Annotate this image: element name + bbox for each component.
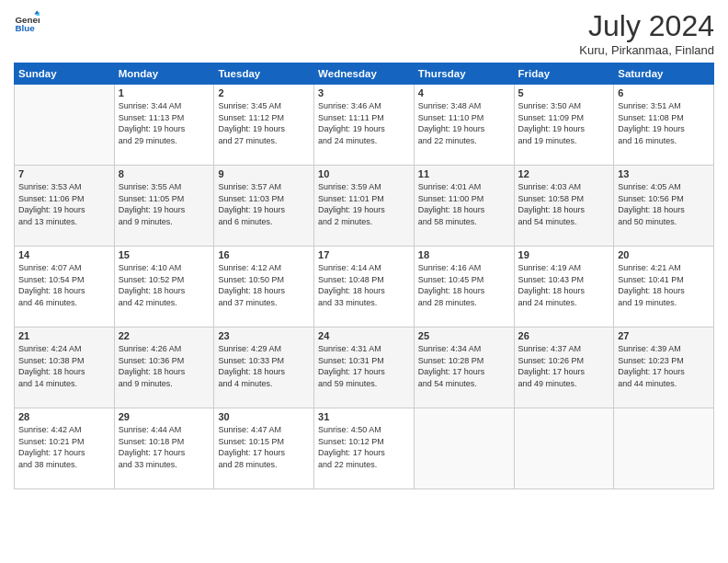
day-info: Sunrise: 4:07 AM Sunset: 10:54 PM Daylig… — [18, 262, 110, 308]
table-row — [15, 85, 115, 166]
table-row: 19Sunrise: 4:19 AM Sunset: 10:43 PM Dayl… — [514, 247, 614, 327]
day-number: 31 — [318, 411, 410, 422]
table-row: 11Sunrise: 4:01 AM Sunset: 11:00 PM Dayl… — [414, 166, 514, 247]
day-number: 23 — [218, 330, 310, 341]
header: General Blue July 2024 Kuru, Pirkanmaa, … — [14, 9, 714, 57]
header-thursday: Thursday — [414, 63, 514, 85]
day-number: 19 — [518, 249, 610, 260]
day-number: 15 — [119, 249, 210, 260]
day-info: Sunrise: 3:45 AM Sunset: 11:12 PM Daylig… — [218, 100, 310, 146]
day-number: 12 — [518, 168, 610, 179]
table-row: 15Sunrise: 4:10 AM Sunset: 10:52 PM Dayl… — [114, 247, 214, 327]
day-info: Sunrise: 3:48 AM Sunset: 11:10 PM Daylig… — [418, 100, 510, 146]
day-info: Sunrise: 3:53 AM Sunset: 11:06 PM Daylig… — [18, 181, 110, 227]
day-number: 10 — [318, 168, 410, 179]
day-info: Sunrise: 4:29 AM Sunset: 10:33 PM Daylig… — [218, 343, 310, 389]
header-wednesday: Wednesday — [314, 63, 415, 85]
day-info: Sunrise: 4:03 AM Sunset: 10:58 PM Daylig… — [518, 181, 610, 227]
header-saturday: Saturday — [614, 63, 714, 85]
day-number: 16 — [218, 249, 310, 260]
day-info: Sunrise: 4:21 AM Sunset: 10:41 PM Daylig… — [618, 262, 710, 308]
table-row: 20Sunrise: 4:21 AM Sunset: 10:41 PM Dayl… — [614, 247, 714, 327]
day-number: 3 — [318, 87, 410, 98]
day-number: 25 — [418, 330, 510, 341]
table-row: 8Sunrise: 3:55 AM Sunset: 11:05 PM Dayli… — [114, 166, 214, 247]
day-number: 2 — [218, 87, 310, 98]
day-number: 26 — [518, 330, 610, 341]
table-row: 3Sunrise: 3:46 AM Sunset: 11:11 PM Dayli… — [314, 85, 415, 166]
calendar-week-row: 28Sunrise: 4:42 AM Sunset: 10:21 PM Dayl… — [15, 408, 714, 489]
day-info: Sunrise: 4:01 AM Sunset: 11:00 PM Daylig… — [418, 181, 510, 227]
day-info: Sunrise: 4:34 AM Sunset: 10:28 PM Daylig… — [418, 343, 510, 389]
calendar-header-row: Sunday Monday Tuesday Wednesday Thursday… — [15, 63, 714, 85]
day-info: Sunrise: 4:39 AM Sunset: 10:23 PM Daylig… — [618, 343, 710, 389]
title-section: July 2024 Kuru, Pirkanmaa, Finland — [579, 9, 714, 57]
day-info: Sunrise: 3:59 AM Sunset: 11:01 PM Daylig… — [318, 181, 410, 227]
day-number: 22 — [119, 330, 210, 341]
page: General Blue July 2024 Kuru, Pirkanmaa, … — [0, 0, 728, 563]
calendar-week-row: 14Sunrise: 4:07 AM Sunset: 10:54 PM Dayl… — [15, 247, 714, 327]
calendar-week-row: 7Sunrise: 3:53 AM Sunset: 11:06 PM Dayli… — [15, 166, 714, 247]
day-info: Sunrise: 4:12 AM Sunset: 10:50 PM Daylig… — [218, 262, 310, 308]
table-row: 27Sunrise: 4:39 AM Sunset: 10:23 PM Dayl… — [614, 327, 714, 408]
day-number: 6 — [618, 87, 710, 98]
day-info: Sunrise: 4:47 AM Sunset: 10:15 PM Daylig… — [218, 424, 310, 470]
header-tuesday: Tuesday — [214, 63, 314, 85]
table-row: 21Sunrise: 4:24 AM Sunset: 10:38 PM Dayl… — [15, 327, 115, 408]
table-row: 10Sunrise: 3:59 AM Sunset: 11:01 PM Dayl… — [314, 166, 415, 247]
day-number: 18 — [418, 249, 510, 260]
table-row: 4Sunrise: 3:48 AM Sunset: 11:10 PM Dayli… — [414, 85, 514, 166]
header-monday: Monday — [114, 63, 214, 85]
day-number: 20 — [618, 249, 710, 260]
table-row: 9Sunrise: 3:57 AM Sunset: 11:03 PM Dayli… — [214, 166, 314, 247]
day-number: 8 — [119, 168, 210, 179]
header-sunday: Sunday — [15, 63, 115, 85]
table-row: 28Sunrise: 4:42 AM Sunset: 10:21 PM Dayl… — [15, 408, 115, 489]
day-info: Sunrise: 3:51 AM Sunset: 11:08 PM Daylig… — [618, 100, 710, 146]
day-number: 11 — [418, 168, 510, 179]
day-info: Sunrise: 3:44 AM Sunset: 11:13 PM Daylig… — [119, 100, 210, 146]
day-info: Sunrise: 4:10 AM Sunset: 10:52 PM Daylig… — [119, 262, 210, 308]
day-number: 30 — [218, 411, 310, 422]
day-info: Sunrise: 4:19 AM Sunset: 10:43 PM Daylig… — [518, 262, 610, 308]
calendar-week-row: 1Sunrise: 3:44 AM Sunset: 11:13 PM Dayli… — [15, 85, 714, 166]
day-info: Sunrise: 3:46 AM Sunset: 11:11 PM Daylig… — [318, 100, 410, 146]
day-info: Sunrise: 4:16 AM Sunset: 10:45 PM Daylig… — [418, 262, 510, 308]
table-row: 12Sunrise: 4:03 AM Sunset: 10:58 PM Dayl… — [514, 166, 614, 247]
day-info: Sunrise: 4:24 AM Sunset: 10:38 PM Daylig… — [18, 343, 110, 389]
table-row: 17Sunrise: 4:14 AM Sunset: 10:48 PM Dayl… — [314, 247, 415, 327]
table-row: 16Sunrise: 4:12 AM Sunset: 10:50 PM Dayl… — [214, 247, 314, 327]
table-row: 6Sunrise: 3:51 AM Sunset: 11:08 PM Dayli… — [614, 85, 714, 166]
table-row: 5Sunrise: 3:50 AM Sunset: 11:09 PM Dayli… — [514, 85, 614, 166]
day-number: 27 — [618, 330, 710, 341]
table-row: 31Sunrise: 4:50 AM Sunset: 10:12 PM Dayl… — [314, 408, 415, 489]
svg-text:Blue: Blue — [15, 23, 35, 33]
day-number: 14 — [18, 249, 110, 260]
day-number: 7 — [18, 168, 110, 179]
day-info: Sunrise: 4:05 AM Sunset: 10:56 PM Daylig… — [618, 181, 710, 227]
day-info: Sunrise: 4:31 AM Sunset: 10:31 PM Daylig… — [318, 343, 410, 389]
table-row: 18Sunrise: 4:16 AM Sunset: 10:45 PM Dayl… — [414, 247, 514, 327]
calendar-week-row: 21Sunrise: 4:24 AM Sunset: 10:38 PM Dayl… — [15, 327, 714, 408]
day-number: 17 — [318, 249, 410, 260]
table-row: 24Sunrise: 4:31 AM Sunset: 10:31 PM Dayl… — [314, 327, 415, 408]
day-number: 4 — [418, 87, 510, 98]
table-row: 23Sunrise: 4:29 AM Sunset: 10:33 PM Dayl… — [214, 327, 314, 408]
table-row: 30Sunrise: 4:47 AM Sunset: 10:15 PM Dayl… — [214, 408, 314, 489]
day-number: 13 — [618, 168, 710, 179]
day-number: 21 — [18, 330, 110, 341]
day-info: Sunrise: 4:37 AM Sunset: 10:26 PM Daylig… — [518, 343, 610, 389]
day-number: 24 — [318, 330, 410, 341]
day-number: 5 — [518, 87, 610, 98]
table-row: 26Sunrise: 4:37 AM Sunset: 10:26 PM Dayl… — [514, 327, 614, 408]
table-row: 29Sunrise: 4:44 AM Sunset: 10:18 PM Dayl… — [114, 408, 214, 489]
table-row: 7Sunrise: 3:53 AM Sunset: 11:06 PM Dayli… — [15, 166, 115, 247]
table-row — [514, 408, 614, 489]
day-info: Sunrise: 4:44 AM Sunset: 10:18 PM Daylig… — [119, 424, 210, 470]
day-info: Sunrise: 4:26 AM Sunset: 10:36 PM Daylig… — [119, 343, 210, 389]
logo: General Blue — [14, 9, 40, 35]
day-number: 28 — [18, 411, 110, 422]
table-row: 13Sunrise: 4:05 AM Sunset: 10:56 PM Dayl… — [614, 166, 714, 247]
day-info: Sunrise: 4:42 AM Sunset: 10:21 PM Daylig… — [18, 424, 110, 470]
location-subtitle: Kuru, Pirkanmaa, Finland — [579, 43, 714, 57]
